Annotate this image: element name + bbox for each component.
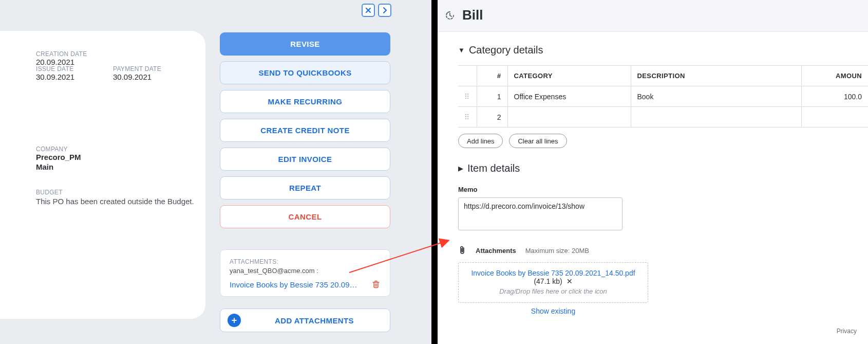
drag-handle-icon[interactable]: ⠿: [464, 93, 470, 101]
company-name-line2: Main: [36, 162, 205, 172]
paperclip-icon: [458, 246, 466, 255]
category-details-toggle[interactable]: ▼ Category details: [458, 44, 868, 56]
attachments-max-size: Maximum size: 20MB: [525, 247, 589, 255]
budget-text: This PO has been created outside the Bud…: [36, 197, 205, 206]
attachment-file-link[interactable]: Invoice Books by Bessie 735 20.09.202...: [230, 280, 358, 289]
revise-button[interactable]: REVISE: [220, 32, 390, 56]
item-details-label: Item details: [467, 162, 520, 174]
invoice-card: CREATION DATE 20.09.2021 ISSUE DATE 30.0…: [0, 31, 205, 319]
payment-date-value: 30.09.2021: [113, 73, 169, 81]
close-icon: [365, 7, 371, 13]
attachments-title: ATTACHMENTS:: [230, 258, 381, 265]
delete-attachment-button[interactable]: [371, 280, 381, 289]
cell-amount[interactable]: 100.0: [801, 86, 868, 107]
history-icon[interactable]: [444, 9, 456, 22]
repeat-button[interactable]: REPEAT: [220, 176, 390, 200]
precoro-panel: CREATION DATE 20.09.2021 ISSUE DATE 30.0…: [0, 0, 431, 344]
col-category: CATEGORY: [507, 66, 631, 86]
company-label: COMPANY: [36, 146, 205, 153]
table-row[interactable]: ⠿ 2: [458, 107, 868, 128]
payment-date-label: PAYMENT DATE: [113, 65, 169, 73]
cell-category[interactable]: [507, 107, 631, 128]
category-table: # CATEGORY DESCRIPTION AMOUN ⠿ 1 Office …: [458, 65, 868, 128]
send-to-quickbooks-button[interactable]: SEND TO QUICKBOOKS: [220, 61, 390, 84]
attached-file-size: (47.1 kb): [534, 277, 564, 285]
cell-number: 1: [477, 86, 507, 107]
creation-date-label: CREATION DATE: [36, 50, 205, 58]
memo-input[interactable]: [458, 197, 622, 230]
cell-amount[interactable]: [801, 107, 868, 128]
edit-invoice-button[interactable]: EDIT INVOICE: [220, 148, 390, 171]
cell-category[interactable]: Office Expenses: [507, 86, 631, 107]
attached-file-link[interactable]: Invoice Books by Bessie 735 20.09.2021_1…: [471, 269, 635, 277]
chevron-right-icon: [382, 7, 387, 13]
add-attachments-label: ADD ATTACHMENTS: [246, 316, 383, 325]
quickbooks-panel: Bill ▼ Category details # CATEGORY DESCR…: [438, 0, 868, 344]
drag-handle-icon[interactable]: ⠿: [464, 113, 470, 121]
chevron-right-icon: ▶: [458, 165, 463, 172]
attachments-user: yana_test_QBO@acme.com :: [230, 267, 381, 275]
memo-label: Memo: [458, 186, 868, 193]
budget-label: BUDGET: [36, 189, 205, 196]
page-title: Bill: [462, 7, 483, 23]
company-name-line1: Precoro_PM: [36, 153, 205, 162]
category-details-label: Category details: [469, 44, 543, 56]
add-lines-button[interactable]: Add lines: [458, 134, 503, 148]
col-description: DESCRIPTION: [631, 66, 801, 86]
chevron-down-icon: ▼: [458, 46, 465, 54]
privacy-link[interactable]: Privacy: [837, 328, 857, 335]
action-column: REVISE SEND TO QUICKBOOKS MAKE RECURRING…: [220, 32, 390, 332]
item-details-toggle[interactable]: ▶ Item details: [458, 162, 868, 174]
make-recurring-button[interactable]: MAKE RECURRING: [220, 90, 390, 113]
create-credit-note-button[interactable]: CREATE CREDIT NOTE: [220, 119, 390, 142]
plus-icon: +: [228, 314, 241, 327]
cell-description[interactable]: Book: [631, 86, 801, 107]
issue-date-label: ISSUE DATE: [36, 65, 92, 73]
clear-lines-button[interactable]: Clear all lines: [509, 134, 567, 148]
show-existing-link[interactable]: Show existing: [458, 307, 648, 315]
cell-number: 2: [477, 107, 507, 128]
add-attachments-button[interactable]: + ADD ATTACHMENTS: [220, 309, 390, 332]
table-row[interactable]: ⠿ 1 Office Expenses Book 100.0: [458, 86, 868, 107]
next-button[interactable]: [378, 4, 391, 17]
col-amount: AMOUN: [801, 66, 868, 86]
close-button[interactable]: [362, 4, 375, 17]
attachments-label: Attachments: [476, 247, 516, 255]
attachments-drop-zone[interactable]: Invoice Books by Bessie 735 20.09.2021_1…: [458, 262, 648, 303]
drop-zone-hint: Drag/Drop files here or click the icon: [466, 287, 640, 295]
cell-description[interactable]: [631, 107, 801, 128]
panel-divider: [431, 0, 438, 344]
issue-date-value: 30.09.2021: [36, 73, 92, 81]
trash-icon: [371, 280, 381, 289]
col-number: #: [477, 66, 507, 86]
cancel-button[interactable]: CANCEL: [220, 205, 390, 228]
attachments-box: ATTACHMENTS: yana_test_QBO@acme.com : In…: [220, 249, 390, 297]
remove-attached-file-button[interactable]: ✕: [567, 277, 573, 285]
